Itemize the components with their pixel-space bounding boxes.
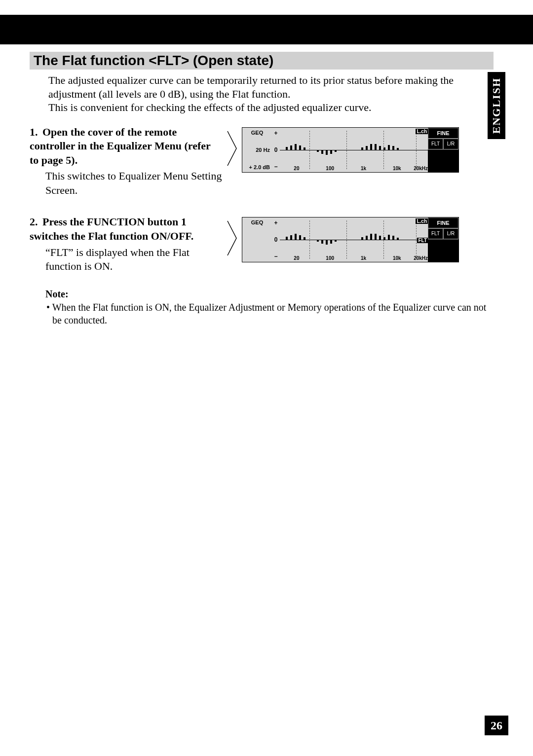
note-block: Note: • When the Flat function is ON, th…: [45, 288, 494, 326]
page-number: 26: [485, 716, 508, 735]
tick-10k: 10k: [380, 166, 414, 171]
diag-lr-label: L/R: [443, 139, 458, 149]
equalizer-diagram-1: GEQ 20 Hz + 2.0 dB + 0 −: [242, 127, 459, 173]
step-1-body: This switches to Equalizer Menu Setting …: [45, 169, 222, 197]
diag-gain-label: + 2.0 dB: [244, 164, 270, 170]
intro-paragraph: The adjusted equalizer curve can be temp…: [48, 73, 484, 114]
step-2-heading: Press the FUNCTION button 1 switches the…: [30, 216, 193, 242]
step-1-number: 1.: [30, 125, 42, 140]
tick2-20: 20: [280, 255, 313, 261]
diag2-lch-label: L.ch: [416, 218, 428, 224]
tick2-10k: 10k: [380, 255, 414, 261]
note-body: • When the Flat function is ON, the Equa…: [45, 301, 494, 326]
diag2-flt-tag: FLT: [417, 238, 428, 243]
step-2: 2.Press the FUNCTION button 1 switches t…: [30, 215, 494, 273]
axis-minus: −: [274, 253, 277, 260]
axis-plus: +: [274, 130, 277, 137]
tick-100: 100: [313, 166, 347, 171]
freq-ticks: 20 100 1k 10k 20kHz: [280, 166, 428, 171]
section-title: The Flat function <FLT> (Open state): [30, 52, 494, 70]
axis-plus: +: [274, 219, 277, 226]
tick-20: 20: [280, 166, 313, 171]
intro-text: The adjusted equalizer curve can be temp…: [48, 74, 454, 113]
tick2-100: 100: [313, 255, 347, 261]
tick2-1k: 1k: [347, 255, 381, 261]
step-2-number: 2.: [30, 215, 42, 229]
axis-minus: −: [274, 163, 277, 170]
tick-1k: 1k: [347, 166, 381, 171]
step-1: 1.Open the cover of the remote controlle…: [30, 125, 494, 198]
diag2-lr-label: L/R: [443, 228, 458, 239]
diag-flt-label: FLT: [428, 139, 443, 149]
axis-zero: 0: [274, 236, 278, 243]
note-heading: Note:: [45, 288, 494, 300]
diag2-fine-label: FINE: [428, 217, 458, 228]
freq-ticks-2: 20 100 1k 10k 20kHz: [280, 255, 428, 261]
diag-lch-label: L.ch: [416, 129, 428, 134]
equalizer-diagram-2: GEQ + 0 −: [242, 217, 459, 262]
diag2-flt-label: FLT: [428, 228, 443, 239]
arrow-icon: [226, 219, 238, 257]
diag-freq-label: 20 Hz: [244, 147, 270, 153]
diag2-geq-label: GEQ: [244, 219, 270, 225]
step-2-body: “FLT” is displayed when the Flat functio…: [45, 246, 222, 274]
tick2-20k: 20kHz: [414, 255, 428, 261]
step-1-heading: Open the cover of the remote controller …: [30, 126, 210, 166]
diag-geq-label: GEQ: [244, 130, 270, 136]
header-black-bar: [0, 15, 533, 44]
tick-20k: 20kHz: [414, 166, 428, 171]
diag-fine-label: FINE: [428, 128, 458, 139]
axis-zero: 0: [274, 146, 278, 153]
arrow-icon: [226, 129, 238, 168]
